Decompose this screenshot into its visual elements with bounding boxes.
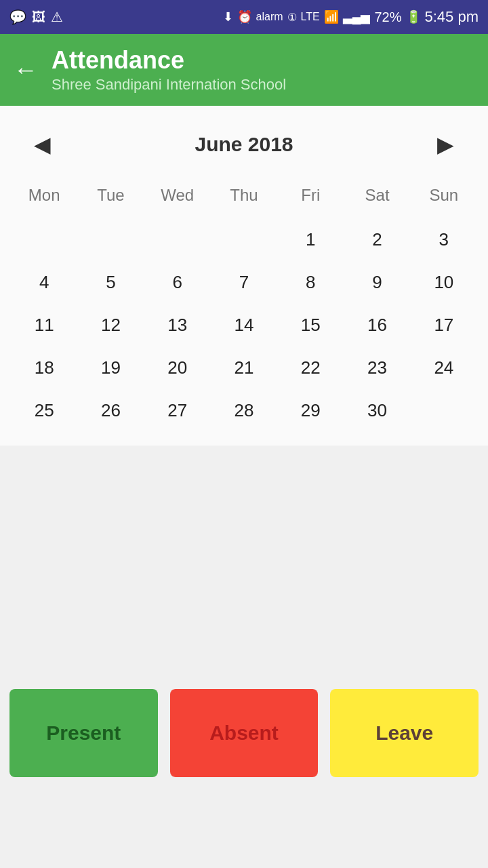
day-cell[interactable]: 6 xyxy=(144,261,211,304)
day-cell[interactable]: 5 xyxy=(77,261,144,304)
status-bar: 💬 🖼 ⚠ ⬇ ⏰ alarm ① LTE 📶 ▃▄▅ 72% 🔋 5:45 p… xyxy=(0,0,488,34)
warning-icon: ⚠ xyxy=(51,9,63,25)
day-cell[interactable]: 7 xyxy=(211,261,277,304)
day-cell[interactable]: 26 xyxy=(77,389,144,432)
day-cell[interactable]: 24 xyxy=(411,347,477,389)
month-nav: ◀ June 2018 ▶ xyxy=(11,119,477,176)
day-cell[interactable]: 21 xyxy=(211,347,277,389)
day-header-sun: Sun xyxy=(411,176,477,218)
download-icon: ⬇ xyxy=(223,9,233,24)
day-cell[interactable]: 3 xyxy=(411,218,477,261)
day-cell[interactable]: 30 xyxy=(344,389,410,432)
day-cell[interactable]: 16 xyxy=(344,304,410,347)
header-title: Attendance xyxy=(52,46,286,75)
day-cell[interactable]: 18 xyxy=(11,347,77,389)
day-cell[interactable]: 12 xyxy=(77,304,144,347)
back-button[interactable]: ← xyxy=(14,58,38,82)
status-bar-right: ⬇ ⏰ alarm ① LTE 📶 ▃▄▅ 72% 🔋 5:45 pm xyxy=(223,8,479,26)
day-cell[interactable]: 14 xyxy=(211,304,277,347)
day-header-sat: Sat xyxy=(344,176,410,218)
day-cell[interactable]: 10 xyxy=(411,261,477,304)
image-icon: 🖼 xyxy=(32,9,45,25)
day-cell xyxy=(411,389,477,432)
day-cell xyxy=(11,218,77,261)
sim-icon: ① xyxy=(287,11,297,24)
next-month-button[interactable]: ▶ xyxy=(428,126,464,163)
month-year-label: June 2018 xyxy=(195,133,293,156)
day-cell xyxy=(211,218,277,261)
day-cell[interactable]: 4 xyxy=(11,261,77,304)
header-subtitle: Shree Sandipani Internation School xyxy=(52,76,286,94)
day-cell[interactable]: 2 xyxy=(344,218,410,261)
whatsapp-icon: 💬 xyxy=(9,9,26,25)
day-cell[interactable]: 15 xyxy=(277,304,344,347)
day-header-tue: Tue xyxy=(77,176,144,218)
lte-icon: LTE xyxy=(301,11,320,23)
absent-button[interactable]: Absent xyxy=(170,689,319,777)
day-cell xyxy=(144,218,211,261)
leave-button[interactable]: Leave xyxy=(330,689,479,777)
signal-bars-icon: 📶 xyxy=(324,9,339,24)
header-text: Attendance Shree Sandipani Internation S… xyxy=(52,46,286,94)
day-cell[interactable]: 22 xyxy=(277,347,344,389)
legend-row: Present Absent Leave xyxy=(0,679,488,787)
day-cell xyxy=(77,218,144,261)
vo-lte-label: alarm xyxy=(256,11,283,23)
calendar-grid: Mon Tue Wed Thu Fri Sat Sun xyxy=(11,176,477,218)
day-cell[interactable]: 8 xyxy=(277,261,344,304)
day-cell[interactable]: 27 xyxy=(144,389,211,432)
day-header-thu: Thu xyxy=(211,176,277,218)
present-button[interactable]: Present xyxy=(9,689,158,777)
day-cell[interactable]: 29 xyxy=(277,389,344,432)
calendar-container: ◀ June 2018 ▶ Mon Tue Wed Thu Fri Sat Su… xyxy=(0,106,488,446)
day-cell[interactable]: 25 xyxy=(11,389,77,432)
status-time: 5:45 pm xyxy=(425,8,479,26)
day-cell[interactable]: 11 xyxy=(11,304,77,347)
day-cell[interactable]: 23 xyxy=(344,347,410,389)
battery-icon: 🔋 xyxy=(406,9,421,24)
weeks-grid: 1234567891011121314151617181920212223242… xyxy=(11,218,477,432)
alarm-icon: ⏰ xyxy=(237,9,252,24)
status-bar-left: 💬 🖼 ⚠ xyxy=(9,9,63,25)
app-header: ← Attendance Shree Sandipani Internation… xyxy=(0,34,488,106)
battery-percent: 72% xyxy=(374,9,401,25)
prev-month-button[interactable]: ◀ xyxy=(24,126,60,163)
signal-icon: ▃▄▅ xyxy=(343,9,371,24)
day-header-wed: Wed xyxy=(144,176,211,218)
day-cell[interactable]: 1 xyxy=(277,218,344,261)
day-cell[interactable]: 17 xyxy=(411,304,477,347)
day-header-mon: Mon xyxy=(11,176,77,218)
day-cell[interactable]: 20 xyxy=(144,347,211,389)
day-header-fri: Fri xyxy=(277,176,344,218)
day-cell[interactable]: 19 xyxy=(77,347,144,389)
day-cell[interactable]: 9 xyxy=(344,261,410,304)
day-cell[interactable]: 28 xyxy=(211,389,277,432)
day-cell[interactable]: 13 xyxy=(144,304,211,347)
